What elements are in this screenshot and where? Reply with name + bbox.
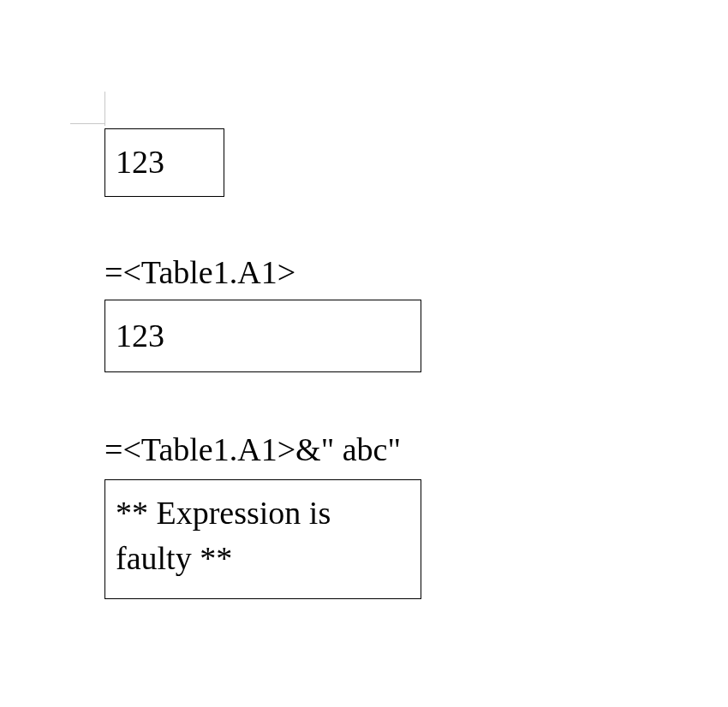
source-cell-value: 123	[116, 143, 164, 182]
source-table-cell[interactable]: 123	[104, 128, 224, 197]
formula-text-1: =<Table1.A1>	[104, 255, 295, 291]
result-cell-2-value: ** Expression is faulty **	[116, 495, 331, 576]
formula-text-2: =<Table1.A1>&" abc"	[104, 432, 401, 468]
page-margin-corner	[70, 92, 106, 128]
result-cell-1[interactable]: 123	[104, 300, 421, 372]
result-cell-1-value: 123	[116, 317, 164, 356]
result-cell-2[interactable]: ** Expression is faulty **	[104, 479, 421, 599]
